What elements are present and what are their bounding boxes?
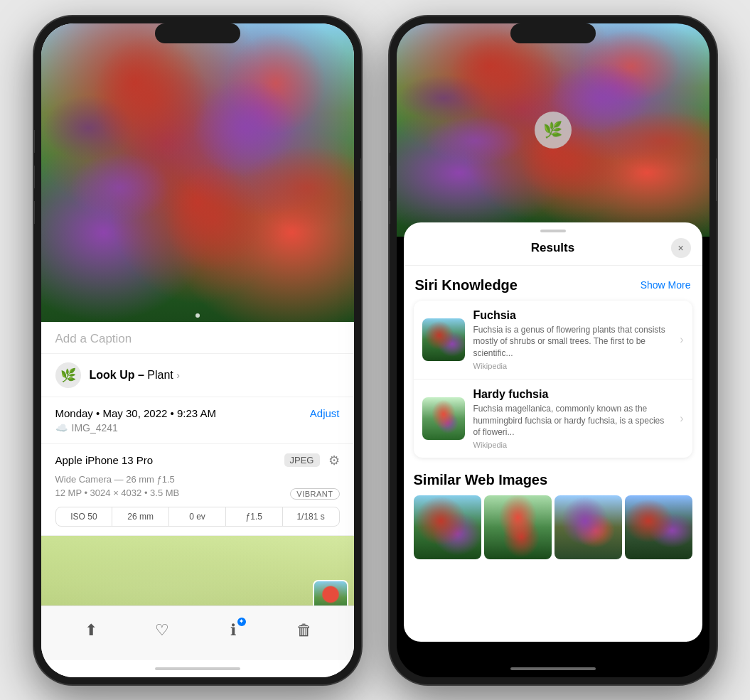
fuchsia-text: Fuchsia Fuchsia is a genus of flowering … — [473, 309, 672, 370]
right-home-bar — [510, 667, 596, 670]
home-bar — [155, 667, 240, 670]
like-button[interactable]: ♡ — [146, 615, 178, 646]
exif-focal: 26 mm — [112, 507, 169, 526]
right-home-indicator — [397, 660, 709, 677]
leaf-lookup-icon: 🌿 — [60, 367, 76, 383]
home-indicator — [41, 660, 354, 677]
lens-info: Wide Camera — 26 mm ƒ1.5 — [55, 474, 340, 485]
exif-row: ISO 50 26 mm 0 ev ƒ1.5 1/181 s — [55, 507, 340, 527]
siri-knowledge-header: Siri Knowledge Show More — [404, 266, 702, 301]
fuchsia-desc: Fuchsia is a genus of flowering plants t… — [473, 324, 672, 360]
hardy-fuchsia-name: Hardy fuchsia — [473, 388, 672, 401]
delete-button[interactable]: 🗑 — [289, 615, 320, 646]
lookup-chevron-icon: › — [176, 370, 180, 381]
notch — [155, 23, 240, 43]
similar-section: Similar Web Images — [404, 465, 702, 559]
fuchsia-chevron-icon: › — [680, 333, 683, 346]
info-badge: ✦ — [237, 618, 246, 626]
knowledge-card: Fuchsia Fuchsia is a genus of flowering … — [414, 301, 692, 458]
adjust-button[interactable]: Adjust — [310, 407, 340, 419]
similar-title: Similar Web Images — [414, 472, 548, 488]
filename-row: ☁️ IMG_4241 — [55, 422, 340, 434]
format-badge: JPEG — [284, 453, 320, 467]
heart-icon: ♡ — [155, 621, 169, 640]
photo-area — [41, 23, 354, 322]
left-phone: Add a Caption 🌿 Look Up – Plant › Monday… — [34, 16, 361, 684]
hardy-fuchsia-text: Hardy fuchsia Fuchsia magellanica, commo… — [473, 388, 672, 449]
hardy-fuchsia-source: Wikipedia — [473, 441, 672, 449]
fuchsia-thumbnail — [422, 318, 465, 361]
bottom-toolbar: ⬆ ♡ ℹ ✦ 🗑 — [41, 605, 354, 660]
similar-header: Similar Web Images — [414, 465, 692, 488]
filename-text: IMG_4241 — [72, 422, 118, 434]
similar-images-row — [414, 495, 692, 559]
similar-image-1[interactable] — [414, 495, 481, 559]
results-title: Results — [435, 241, 671, 255]
share-icon: ⬆ — [85, 621, 97, 640]
mp-specs: 12 MP • 3024 × 4032 • 3.5 MB — [55, 488, 180, 498]
trash-icon: 🗑 — [296, 621, 312, 640]
map-thumb-inner — [314, 581, 347, 605]
hardy-fuchsia-chevron-icon: › — [680, 412, 683, 425]
siri-leaf-icon: 🌿 — [543, 121, 562, 139]
similar-image-2[interactable] — [484, 495, 552, 559]
results-content: Siri Knowledge Show More Fuchsia Fuchsia… — [404, 266, 702, 642]
knowledge-item-hardy-fuchsia[interactable]: Hardy fuchsia Fuchsia magellanica, commo… — [414, 379, 692, 458]
exif-aperture: ƒ1.5 — [226, 507, 283, 526]
lookup-icon-circle: 🌿 — [55, 362, 81, 388]
share-button[interactable]: ⬆ — [75, 615, 107, 646]
right-photo-area: 🌿 — [397, 23, 709, 237]
show-more-button[interactable]: Show More — [641, 279, 691, 291]
photo-date: Monday • May 30, 2022 • 9:23 AM — [55, 407, 216, 419]
cloud-icon: ☁️ — [55, 422, 68, 434]
right-phone: 🌿 Results × Siri Knowledge Show More — [390, 16, 717, 684]
exif-iso: ISO 50 — [56, 507, 113, 526]
vibrant-badge: VIBRANT — [290, 488, 339, 500]
fuchsia-source: Wikipedia — [473, 362, 672, 370]
knowledge-item-fuchsia[interactable]: Fuchsia Fuchsia is a genus of flowering … — [414, 301, 692, 379]
close-button[interactable]: × — [671, 238, 691, 258]
lookup-row[interactable]: 🌿 Look Up – Plant › — [41, 354, 354, 397]
siri-visual-lookup-button[interactable]: 🌿 — [535, 112, 572, 149]
close-icon: × — [677, 242, 683, 254]
map-overlay — [41, 536, 354, 605]
info-panel: Add a Caption 🌿 Look Up – Plant › Monday… — [41, 322, 354, 605]
page-dot-indicator — [195, 313, 200, 318]
info-icon: ℹ — [230, 621, 236, 640]
settings-icon[interactable]: ⚙ — [328, 453, 340, 468]
flower-overlay — [41, 23, 354, 322]
camera-section: Apple iPhone 13 Pro JPEG ⚙ Wide Camera —… — [41, 444, 354, 536]
exif-ev: 0 ev — [169, 507, 226, 526]
siri-knowledge-title: Siri Knowledge — [415, 277, 518, 294]
caption-area[interactable]: Add a Caption — [41, 322, 354, 354]
map-thumbnail — [313, 580, 348, 605]
map-area — [41, 536, 354, 605]
meta-section: Monday • May 30, 2022 • 9:23 AM Adjust ☁… — [41, 397, 354, 444]
results-header: Results × — [404, 238, 702, 266]
exif-shutter: 1/181 s — [283, 507, 339, 526]
info-button[interactable]: ℹ ✦ — [218, 615, 249, 646]
similar-image-4[interactable] — [625, 495, 692, 559]
drag-handle — [540, 230, 566, 232]
fuchsia-name: Fuchsia — [473, 309, 672, 322]
hardy-fuchsia-thumbnail — [422, 397, 465, 440]
caption-placeholder[interactable]: Add a Caption — [55, 332, 132, 345]
camera-name: Apple iPhone 13 Pro — [55, 454, 154, 466]
similar-image-3[interactable] — [555, 495, 622, 559]
notch-right — [510, 23, 596, 43]
lookup-label[interactable]: Look Up – Plant › — [90, 369, 180, 382]
hardy-fuchsia-desc: Fuchsia magellanica, commonly known as t… — [473, 403, 672, 438]
results-panel: Results × Siri Knowledge Show More Fuc — [404, 222, 702, 642]
